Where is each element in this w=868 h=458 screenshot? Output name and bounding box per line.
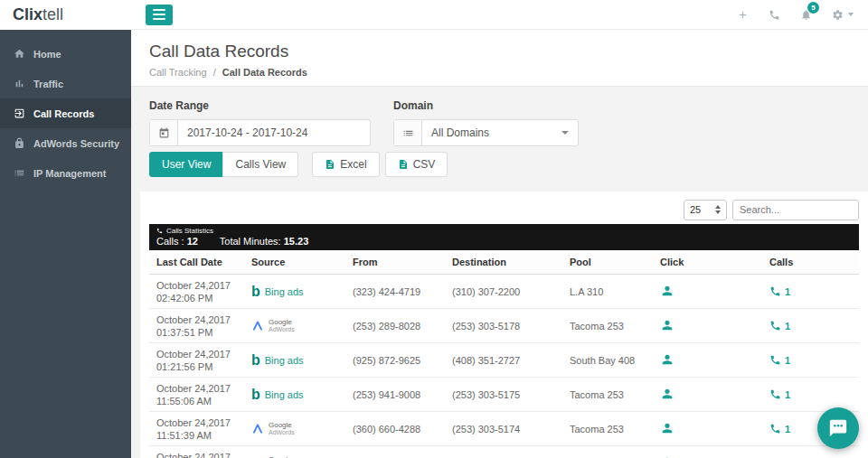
bing-ads-source: b Bing ads xyxy=(251,285,338,298)
sidebar-toggle-button[interactable] xyxy=(146,5,173,25)
bing-icon: b xyxy=(251,354,260,367)
call-date: October 24,2017 xyxy=(156,382,237,395)
calls-statistics-bar: Calls Statistics Calls : 12 Total Minute… xyxy=(149,224,859,250)
breadcrumb-parent[interactable]: Call Tracking xyxy=(149,67,207,78)
pool-name: Tacoma 253 xyxy=(570,389,624,400)
total-minutes-label: Total Minutes: xyxy=(220,236,281,247)
calls-count[interactable]: 1 xyxy=(769,354,852,366)
cell-calls: 1 xyxy=(762,275,859,309)
table-row: October 24,2017 11:51:39 AM Google AdWor… xyxy=(149,412,859,446)
column-header-from[interactable]: From xyxy=(345,250,445,275)
google-label: Google xyxy=(269,319,295,326)
calls-count[interactable]: 1 xyxy=(769,388,852,400)
column-header-last-call-date[interactable]: Last Call Date xyxy=(149,250,244,275)
brand-logo-text-bold: Clix xyxy=(13,5,42,24)
from-number: (253) 289-8028 xyxy=(353,321,420,332)
column-header-destination[interactable]: Destination xyxy=(445,250,562,275)
table-row: October 24,2017 11:55:06 AM b Bing ads (… xyxy=(149,378,859,412)
cell-pool: Tacoma 253 xyxy=(562,378,653,412)
pool-name: Tacoma 253 xyxy=(570,321,624,332)
phone-icon[interactable] xyxy=(769,9,780,21)
cell-destination: (303) 502-2911 xyxy=(445,446,562,458)
table-row: October 24,2017 11:08:08 AM Google AdWor… xyxy=(149,446,859,458)
table-row: October 24,2017 01:21:56 PM b Bing ads (… xyxy=(149,343,859,378)
notifications-bell-icon[interactable]: 5 xyxy=(800,9,812,21)
domain-filter: Domain All Domains xyxy=(393,99,579,146)
cell-from: (323) 424-4719 xyxy=(345,275,445,309)
brand-logo-text-light: tell xyxy=(42,5,63,24)
phone-icon xyxy=(769,320,781,332)
call-date: October 24,2017 xyxy=(156,313,237,326)
column-header-click[interactable]: Click xyxy=(653,250,762,275)
chat-widget-button[interactable] xyxy=(817,407,859,449)
cell-from: (253) 289-8028 xyxy=(345,309,445,343)
brand-logo[interactable]: Clixtell xyxy=(0,0,131,30)
domain-select[interactable]: All Domains xyxy=(393,119,579,146)
calendar-icon xyxy=(150,120,178,145)
page-size-select[interactable]: 25 xyxy=(684,200,727,220)
calls-view-button[interactable]: Calls View xyxy=(222,152,298,177)
sidebar-item-label: Call Records xyxy=(33,108,94,119)
from-number: (323) 424-4719 xyxy=(353,286,420,297)
column-header-source[interactable]: Source xyxy=(244,250,345,275)
user-icon[interactable] xyxy=(660,352,675,367)
settings-gear-icon[interactable] xyxy=(832,9,854,21)
call-time: 02:42:06 PM xyxy=(156,292,237,304)
pool-name: South Bay 408 xyxy=(570,355,635,366)
breadcrumb-current: Call Data Records xyxy=(222,67,307,78)
bing-ads-source: b Bing ads xyxy=(251,388,338,401)
user-icon[interactable] xyxy=(660,318,675,332)
csv-export-button[interactable]: CSV xyxy=(385,152,448,177)
cell-click xyxy=(653,309,762,343)
user-view-button[interactable]: User View xyxy=(149,152,223,177)
calls-number: 1 xyxy=(785,286,790,297)
calls-count[interactable]: 1 xyxy=(769,285,852,297)
date-range-input[interactable]: 2017-10-24 - 2017-10-24 xyxy=(149,119,371,146)
cell-source: Google AdWords xyxy=(244,446,345,458)
traffic-chart-icon xyxy=(14,78,25,89)
search-input[interactable] xyxy=(732,200,859,220)
user-icon[interactable] xyxy=(660,284,675,298)
google-label: Google xyxy=(269,422,295,429)
bing-ads-label: Bing ads xyxy=(265,355,304,366)
file-icon xyxy=(325,159,335,170)
call-time: 11:55:06 AM xyxy=(156,395,237,407)
phone-icon xyxy=(769,354,781,366)
user-icon[interactable] xyxy=(660,455,675,458)
stepper-arrows-icon xyxy=(715,205,721,214)
total-minutes-value: 15.23 xyxy=(284,236,309,247)
calls-statistics-title-row: Calls Statistics xyxy=(156,227,852,235)
chat-bubble-icon xyxy=(828,418,848,438)
column-header-pool[interactable]: Pool xyxy=(562,250,653,275)
home-icon xyxy=(14,48,25,60)
cell-source: b Bing ads xyxy=(244,378,345,412)
sidebar-item-ip-management[interactable]: IP Management xyxy=(0,158,131,188)
sidebar-nav: Home Traffic Call Records AdWords Securi… xyxy=(0,30,131,188)
column-header-calls[interactable]: Calls xyxy=(762,250,859,275)
sidebar-item-adwords-security[interactable]: AdWords Security xyxy=(0,128,131,158)
user-icon[interactable] xyxy=(660,421,675,435)
pool-name: Tacoma 253 xyxy=(570,424,624,435)
cell-click xyxy=(653,378,762,412)
bing-ads-label: Bing ads xyxy=(265,286,304,297)
cell-source: b Bing ads xyxy=(244,343,345,378)
from-number: (253) 941-9008 xyxy=(353,389,420,400)
table-header-row: Last Call Date Source From Destination P… xyxy=(149,250,859,275)
view-buttons: User View Calls View Excel CSV xyxy=(131,152,466,177)
excel-export-button[interactable]: Excel xyxy=(312,152,379,177)
cell-source: b Bing ads xyxy=(244,275,345,309)
add-icon[interactable] xyxy=(737,9,749,21)
sidebar-item-traffic[interactable]: Traffic xyxy=(0,69,131,98)
calls-count[interactable]: 1 xyxy=(769,320,852,332)
sidebar-item-home[interactable]: Home xyxy=(0,39,131,69)
cell-pool: L.A 310 xyxy=(562,275,653,309)
excel-button-label: Excel xyxy=(340,158,366,171)
user-icon[interactable] xyxy=(660,387,675,401)
sidebar-item-label: Traffic xyxy=(33,79,63,89)
sidebar-item-label: AdWords Security xyxy=(33,138,119,149)
calls-number: 1 xyxy=(785,355,790,366)
calls-number: 1 xyxy=(785,321,790,332)
sidebar-item-call-records[interactable]: Call Records xyxy=(0,98,131,128)
calls-count-label: Calls : xyxy=(156,236,184,247)
page-size-value: 25 xyxy=(690,204,701,215)
